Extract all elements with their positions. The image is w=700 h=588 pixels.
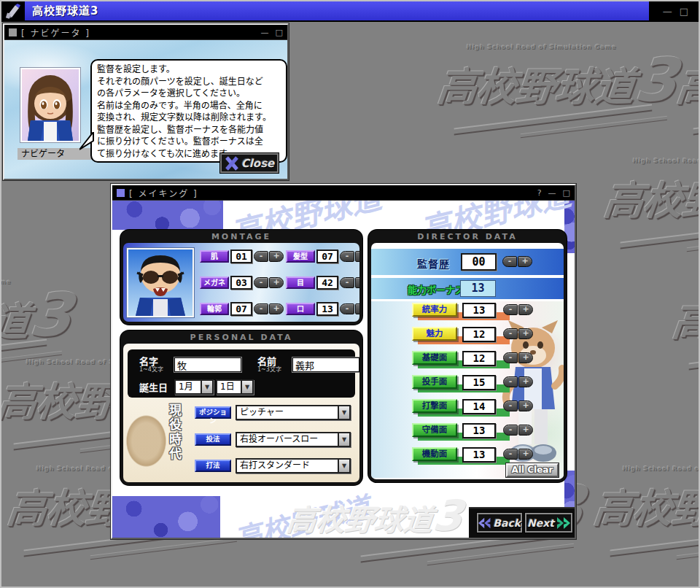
stat-label-button[interactable]: 統率力 (412, 303, 457, 317)
bat-style-label-button[interactable]: 打法 (195, 460, 231, 472)
chevron-down-icon[interactable]: ▼ (338, 433, 349, 446)
plus-button[interactable]: + (518, 304, 533, 315)
montage-spinner: - + (254, 277, 284, 288)
background-logo: High School Road of Simulation Game 高校野球… (599, 158, 699, 246)
minus-button[interactable]: - (254, 251, 268, 262)
camo-decoration (112, 496, 220, 538)
camo-decoration (112, 201, 223, 230)
birth-day-select[interactable]: 1日 ▼ (216, 379, 254, 395)
stat-label-button[interactable]: 投手面 (412, 375, 457, 389)
plus-button[interactable]: + (355, 303, 359, 314)
plus-button[interactable]: + (269, 303, 284, 314)
navigator-maximize-button[interactable]: □ (276, 28, 283, 37)
making-window: [ メイキング ] ? — □ 高校野球道 高校野球道 高校野球道 高校野球道3 (111, 184, 576, 539)
making-maximize-button[interactable]: □ (563, 188, 570, 198)
stat-label-button[interactable]: 機動面 (412, 447, 457, 461)
plus-button[interactable]: + (518, 352, 533, 363)
birth-day-value: 1日 (217, 381, 241, 393)
birth-month-select[interactable]: 1月 ▼ (174, 379, 214, 395)
montage-panel: MONTAGE (120, 230, 362, 325)
minus-button[interactable]: - (503, 304, 518, 315)
close-button[interactable]: Close (220, 153, 279, 173)
montage-label-button[interactable]: 目 (286, 276, 315, 289)
stat-label-button[interactable]: 魅力 (412, 327, 457, 341)
montage-label-button[interactable]: 輪郭 (200, 303, 229, 315)
montage-value: 42 (316, 276, 338, 290)
navigator-titlebar[interactable]: [ ナビゲータ ] — □ (4, 25, 287, 39)
minus-button[interactable]: - (503, 352, 518, 363)
minus-button[interactable]: - (503, 328, 518, 339)
plus-button[interactable]: + (518, 256, 532, 267)
stat-spinner: - + (503, 401, 533, 411)
minus-button[interactable]: - (503, 449, 518, 460)
stat-row-defense: 守備面 13 - + (371, 423, 564, 444)
making-minimize-button[interactable]: — (548, 188, 556, 198)
bat-style-select[interactable]: 右打スタンダード ▼ (236, 458, 351, 473)
plus-button[interactable]: + (269, 251, 284, 262)
chevron-down-icon[interactable]: ▼ (241, 381, 252, 393)
chevron-down-icon[interactable]: ▼ (338, 460, 349, 472)
navigator-minimize-button[interactable]: — (261, 28, 269, 37)
bubble-tail (79, 132, 94, 151)
close-x-icon (225, 156, 241, 171)
app-maximize-button[interactable]: □ (680, 6, 688, 17)
montage-label-button[interactable]: 口 (286, 303, 315, 315)
chevron-down-icon[interactable]: ▼ (338, 406, 349, 419)
back-label: Back (493, 517, 521, 529)
navigator-message-bubble: 監督を設定します。 それぞれの顔パーツを設定し、誕生日など の各パラメータを選択… (90, 59, 287, 163)
minus-button[interactable]: - (340, 303, 354, 314)
position-row: ポジション ピッチャー ▼ (195, 405, 354, 420)
minus-button[interactable]: - (502, 256, 517, 267)
next-button[interactable]: Next (525, 513, 572, 533)
making-titlebar[interactable]: [ メイキング ] ? — □ (112, 185, 575, 200)
plus-button[interactable]: + (518, 449, 533, 460)
minus-button[interactable]: - (254, 303, 268, 314)
stat-label-button[interactable]: 打撃面 (412, 399, 457, 413)
stat-label-button[interactable]: 守備面 (412, 423, 457, 437)
app-icon (4, 3, 23, 19)
bonus-value: 13 (460, 280, 496, 297)
minus-button[interactable]: - (503, 401, 518, 411)
montage-label-button[interactable]: 髪型 (286, 250, 315, 263)
making-help-button[interactable]: ? (537, 188, 542, 198)
chevron-left-icon (478, 517, 491, 529)
surname-input[interactable] (174, 357, 241, 372)
stat-value: 13 (462, 423, 496, 438)
app-minimize-button[interactable]: — (663, 6, 672, 17)
all-clear-button[interactable]: All Clear (506, 463, 559, 477)
plus-button[interactable]: + (355, 277, 359, 288)
plus-button[interactable]: + (518, 376, 533, 387)
minus-button[interactable]: - (503, 425, 518, 436)
pitch-style-label-button[interactable]: 投法 (195, 433, 231, 446)
montage-label-button[interactable]: 肌 (200, 250, 229, 263)
background-logo: High School Road of Simulation Game 高校野球… (672, 44, 699, 132)
personal-data-body: 名字 1~4文字 名前 1~3文字 (123, 344, 359, 482)
chevron-down-icon[interactable]: ▼ (201, 381, 212, 393)
back-button[interactable]: Back (477, 513, 522, 533)
plus-button[interactable]: + (518, 328, 533, 339)
plus-button[interactable]: + (518, 401, 533, 411)
navigator-title: [ ナビゲータ ] (21, 26, 90, 39)
minus-button[interactable]: - (254, 277, 268, 288)
stat-label-button[interactable]: 基礎面 (412, 351, 457, 365)
message-line: 変換され、規定文字数以降は削除されます。 (97, 112, 281, 124)
minus-button[interactable]: - (503, 376, 518, 387)
position-select[interactable]: ピッチャー ▼ (236, 405, 351, 420)
plus-button[interactable]: + (355, 251, 359, 262)
minus-button[interactable]: - (340, 277, 354, 288)
plus-button[interactable]: + (269, 277, 284, 288)
stat-spinner: - + (503, 304, 533, 315)
bat-style-row: 打法 右打スタンダード ▼ (195, 458, 354, 473)
position-label-button[interactable]: ポジション (195, 406, 231, 419)
givenname-input[interactable] (292, 357, 359, 372)
montage-label-button[interactable]: メガネ (200, 276, 229, 289)
pitch-style-select[interactable]: 右投オーバースロー ▼ (236, 432, 351, 447)
surname-hint: 1~4文字 (139, 366, 174, 373)
stat-value: 14 (462, 399, 496, 414)
plus-button[interactable]: + (518, 425, 533, 436)
pitch-style-row: 投法 右投オーバースロー ▼ (195, 432, 354, 447)
minus-button[interactable]: - (340, 251, 354, 262)
montage-control-outline: 輪郭 07 - + (198, 302, 284, 316)
montage-spinner: - + (254, 303, 284, 314)
background-logo: High School Road of Simulation Game 高校野球… (668, 279, 699, 367)
